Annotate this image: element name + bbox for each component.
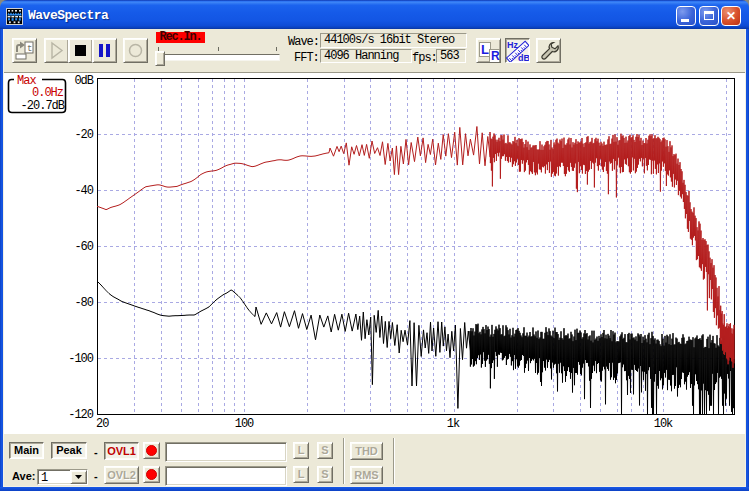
- svg-text:-120: -120: [68, 408, 94, 422]
- svg-text:10k: 10k: [654, 417, 673, 431]
- svg-text:-20: -20: [74, 128, 93, 142]
- svg-text:-60: -60: [74, 240, 93, 254]
- svg-text:-20.7dB: -20.7dB: [21, 99, 65, 113]
- svg-text:-100: -100: [68, 352, 94, 366]
- svg-text:1k: 1k: [447, 417, 460, 431]
- svg-text:-40: -40: [74, 184, 93, 198]
- svg-text:0dB: 0dB: [74, 74, 93, 88]
- svg-text:20: 20: [96, 417, 109, 431]
- svg-text:0.0Hz: 0.0Hz: [32, 86, 64, 100]
- svg-text:100: 100: [235, 417, 254, 431]
- svg-text:-80: -80: [74, 296, 93, 310]
